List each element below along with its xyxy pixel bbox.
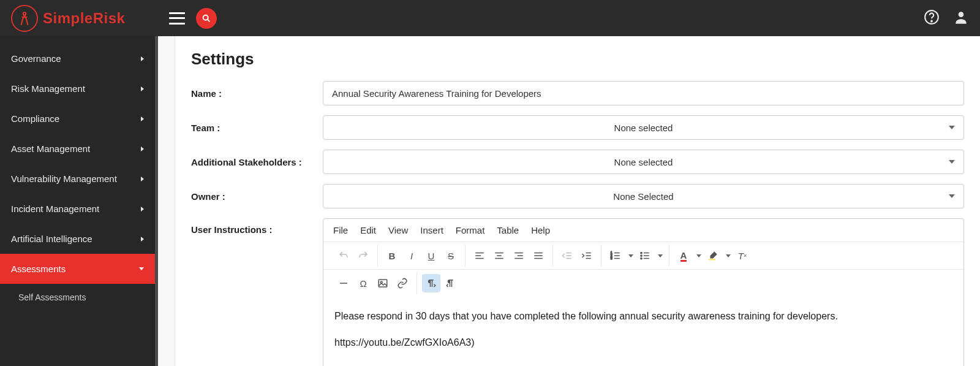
menu-file[interactable]: File [333,225,348,235]
chevron-down-icon [949,126,955,129]
sidebar-item-artificial-intelligence[interactable]: Artificial Intelligence [0,224,155,254]
name-input[interactable] [323,81,964,105]
undo-button[interactable] [334,246,353,265]
top-right [924,9,969,28]
logo-text: SimpleRisk [43,10,125,27]
menu-table[interactable]: Table [497,225,519,235]
field-label: Name : [191,88,311,99]
chevron-down-icon [949,194,955,198]
chevron-down-icon [949,160,955,164]
menu-toggle-button[interactable] [169,12,185,25]
chevron-right-icon [141,56,144,61]
user-menu-button[interactable] [953,9,969,28]
align-left-button[interactable] [470,246,489,265]
special-char-button[interactable]: Ω [354,274,372,292]
svg-point-0 [23,12,26,15]
field-name: Name : [191,81,964,105]
page-title: Settings [191,50,964,69]
select-value: None selected [614,157,673,167]
owner-select[interactable]: None Selected [323,184,964,208]
sidebar-item-governance[interactable]: Governance [0,44,155,74]
chevron-right-icon [141,147,144,151]
svg-point-1 [203,15,208,20]
editor-toolbar-row1: B I U S [323,242,963,269]
sidebar-item-assessments[interactable]: Assessments [0,254,155,284]
stakeholders-select[interactable]: None selected [323,150,964,174]
editor-menubar: File Edit View Insert Format Table Help [323,219,963,242]
help-button[interactable] [924,9,940,28]
align-right-button[interactable] [510,246,528,265]
sidebar-item-vulnerability-management[interactable]: Vulnerability Management [0,164,155,194]
bullet-list-button[interactable] [636,246,654,265]
italic-button[interactable]: I [402,246,421,265]
redo-button[interactable] [354,246,372,265]
sidebar: Governance Risk Management Compliance As… [0,36,158,366]
field-label: User Instructions : [191,218,311,235]
logo[interactable]: SimpleRisk [11,5,158,32]
strikethrough-button[interactable]: S [442,246,460,265]
sidebar-item-label: Artificial Intelligence [11,234,92,244]
sidebar-item-label: Asset Management [11,143,90,154]
svg-point-8 [641,252,642,253]
field-label: Additional Stakeholders : [191,157,311,167]
menu-view[interactable]: View [388,225,408,235]
chevron-right-icon [141,207,144,212]
text-color-dropdown[interactable] [694,246,703,265]
sidebar-item-label: Assessments [11,264,66,274]
sidebar-item-incident-management[interactable]: Incident Management [0,194,155,224]
highlight-button[interactable] [704,246,722,265]
sidebar-item-asset-management[interactable]: Asset Management [0,134,155,164]
sidebar-subitem-label: Self Assessments [18,292,86,302]
rich-text-editor: File Edit View Insert Format Table Help [323,218,964,366]
chevron-right-icon [141,177,144,181]
sidebar-item-label: Governance [11,53,61,64]
svg-point-4 [959,12,964,17]
field-label: Team : [191,123,311,133]
highlight-dropdown[interactable] [723,246,732,265]
svg-point-10 [641,257,642,259]
ltr-button[interactable] [422,274,440,292]
svg-point-9 [641,255,642,256]
align-center-button[interactable] [490,246,508,265]
topbar: SimpleRisk [0,0,980,36]
numbered-list-button[interactable]: 123 [606,246,625,265]
svg-text:3: 3 [611,256,612,260]
field-owner: Owner : None Selected [191,184,964,208]
sidebar-item-label: Compliance [11,113,59,124]
sidebar-item-compliance[interactable]: Compliance [0,104,155,134]
field-stakeholders: Additional Stakeholders : None selected [191,150,964,174]
image-button[interactable] [374,274,392,292]
top-actions-left [169,8,217,29]
underline-button[interactable]: U [422,246,440,265]
rtl-button[interactable] [442,274,460,292]
bullet-list-dropdown[interactable] [655,246,664,265]
field-team: Team : None selected [191,115,964,140]
menu-help[interactable]: Help [531,225,550,235]
bold-button[interactable]: B [383,246,401,265]
content: Settings Name : Team : None selected Add… [158,36,980,366]
sidebar-item-label: Vulnerability Management [11,173,117,184]
select-value: None selected [614,123,673,133]
text-color-button[interactable]: A [674,246,693,265]
content-gutter [158,36,175,366]
outdent-button[interactable] [558,246,576,265]
menu-edit[interactable]: Edit [360,225,376,235]
sidebar-item-label: Risk Management [11,83,85,94]
menu-format[interactable]: Format [456,225,485,235]
horizontal-rule-button[interactable] [334,274,353,292]
sidebar-item-risk-management[interactable]: Risk Management [0,74,155,104]
link-button[interactable] [393,274,412,292]
chevron-down-icon [139,267,144,270]
svg-rect-12 [379,280,387,287]
editor-paragraph: https://youtu.be/ZcwfGXIoA6A3) [334,334,952,352]
indent-button[interactable] [578,246,596,265]
editor-content[interactable]: Please respond in 30 days that you have … [323,297,963,366]
search-button[interactable] [196,8,217,29]
clear-formatting-button[interactable]: T× [733,246,752,265]
align-justify-button[interactable] [529,246,548,265]
numbered-list-dropdown[interactable] [626,246,635,265]
chevron-right-icon [141,86,144,91]
team-select[interactable]: None selected [323,115,964,140]
menu-insert[interactable]: Insert [420,225,443,235]
sidebar-subitem-self-assessments[interactable]: Self Assessments [0,284,155,311]
